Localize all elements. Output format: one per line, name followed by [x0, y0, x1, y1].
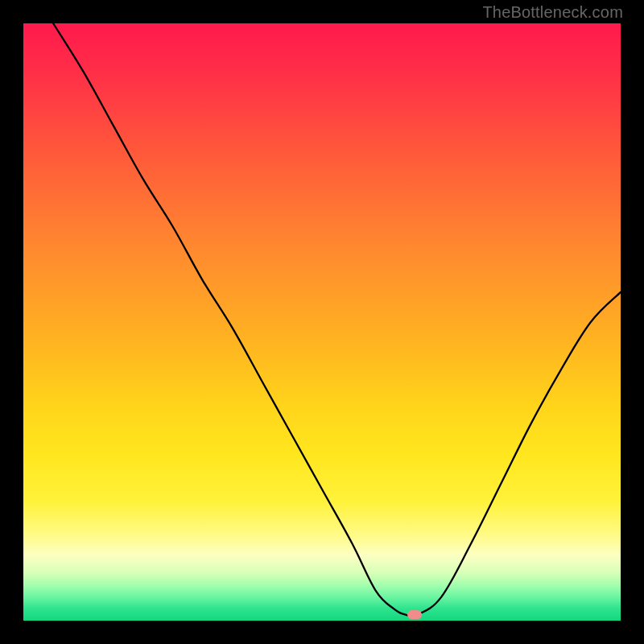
- watermark-text: TheBottleneck.com: [482, 3, 623, 22]
- curve-line: [53, 23, 621, 617]
- plot-area: [23, 23, 621, 621]
- chart-frame: TheBottleneck.com: [0, 0, 644, 644]
- marker-pill: [407, 610, 422, 619]
- chart-svg: [23, 23, 621, 621]
